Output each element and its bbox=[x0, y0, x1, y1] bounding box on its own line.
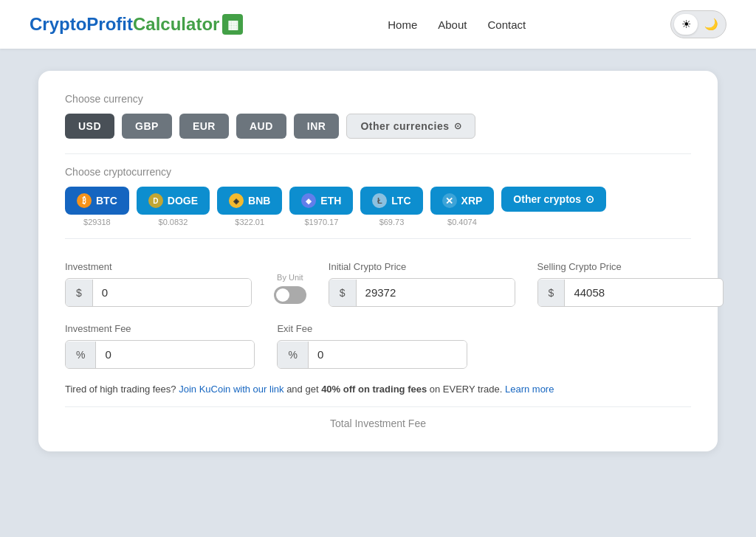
investment-label: Investment bbox=[65, 261, 252, 272]
exit-fee-label: Exit Fee bbox=[277, 323, 467, 334]
eth-price: $1970.17 bbox=[304, 218, 338, 226]
dark-mode-button[interactable]: 🌙 bbox=[699, 14, 723, 35]
by-unit-toggle[interactable] bbox=[274, 286, 306, 304]
navbar: CryptoProfitCalculator ▦ Home About Cont… bbox=[0, 0, 756, 49]
btc-icon: ₿ bbox=[77, 193, 92, 208]
investment-input-wrapper: $ bbox=[65, 278, 252, 307]
calculator-card: Choose currency USD GBP EUR AUD INR Othe… bbox=[38, 71, 718, 451]
promo-text-1: Tired of high trading fees? bbox=[65, 384, 179, 395]
divider-2 bbox=[65, 238, 691, 239]
spacer-2 bbox=[601, 323, 691, 369]
chevron-down-icon: ⊙ bbox=[454, 121, 462, 131]
investment-fee-prefix: % bbox=[66, 342, 96, 368]
crypto-bnb-button[interactable]: ◈ BNB bbox=[217, 187, 282, 215]
crypto-col-btc: ₿ BTC $29318 bbox=[65, 187, 129, 226]
total-investment-fee-label: Total Investment Fee bbox=[65, 406, 691, 429]
initial-price-label: Initial Crypto Price bbox=[329, 261, 515, 272]
logo[interactable]: CryptoProfitCalculator ▦ bbox=[30, 14, 243, 35]
promo-link-learn-more[interactable]: Learn more bbox=[505, 384, 554, 395]
currency-row: USD GBP EUR AUD INR Other currencies ⊙ bbox=[65, 114, 691, 139]
logo-calculator: Calculator bbox=[133, 14, 219, 35]
currency-usd[interactable]: USD bbox=[65, 114, 114, 139]
investment-group: Investment $ bbox=[65, 261, 252, 307]
ltc-price: $69.73 bbox=[379, 218, 405, 226]
logo-profit: Profit bbox=[86, 14, 133, 35]
ltc-icon: Ł bbox=[372, 193, 387, 208]
investment-fee-group: Investment Fee % bbox=[65, 323, 255, 369]
crypto-section: Choose cryptocurrency ₿ BTC $29318 D DOG… bbox=[65, 166, 691, 226]
exit-fee-group: Exit Fee % bbox=[277, 323, 467, 369]
currency-section-label: Choose currency bbox=[65, 93, 691, 105]
exit-fee-input-wrapper: % bbox=[277, 340, 467, 369]
exit-fee-prefix: % bbox=[278, 342, 308, 368]
currency-gbp[interactable]: GBP bbox=[122, 114, 172, 139]
logo-crypto: Crypto bbox=[30, 14, 86, 35]
crypto-col-other: Other cryptos ⊙ bbox=[501, 187, 606, 212]
other-currencies-label: Other currencies bbox=[360, 120, 449, 132]
initial-price-prefix: $ bbox=[329, 280, 357, 306]
main-content: Choose currency USD GBP EUR AUD INR Othe… bbox=[0, 49, 756, 537]
promo-text: Tired of high trading fees? Join KuCoin … bbox=[65, 382, 691, 398]
xrp-icon: ✕ bbox=[442, 193, 457, 208]
crypto-col-doge: D DOGE $0.0832 bbox=[137, 187, 210, 226]
crypto-section-label: Choose cryptocurrency bbox=[65, 166, 691, 178]
selling-price-prefix: $ bbox=[538, 280, 566, 306]
by-unit-wrapper: By Unit bbox=[274, 273, 306, 307]
spacer-1 bbox=[489, 323, 580, 369]
currency-other[interactable]: Other currencies ⊙ bbox=[346, 114, 475, 139]
nav-contact[interactable]: Contact bbox=[487, 18, 526, 31]
crypto-btc-button[interactable]: ₿ BTC bbox=[65, 187, 129, 215]
other-cryptos-chevron-icon: ⊙ bbox=[585, 193, 594, 205]
crypto-col-eth: ◆ ETH $1970.17 bbox=[289, 187, 353, 226]
selling-price-group: Selling Crypto Price $ bbox=[537, 261, 724, 307]
logo-icon: ▦ bbox=[222, 14, 243, 35]
btc-price: $29318 bbox=[83, 218, 111, 226]
toggle-slider bbox=[274, 286, 306, 304]
currency-inr[interactable]: INR bbox=[294, 114, 340, 139]
divider-1 bbox=[65, 153, 691, 154]
light-mode-button[interactable]: ☀ bbox=[674, 14, 698, 35]
bnb-price: $322.01 bbox=[235, 218, 264, 226]
crypto-col-xrp: ✕ XRP $0.4074 bbox=[430, 187, 495, 226]
crypto-ltc-button[interactable]: Ł LTC bbox=[360, 187, 422, 215]
promo-text-3: on EVERY trade. bbox=[427, 384, 505, 395]
crypto-other-button[interactable]: Other cryptos ⊙ bbox=[501, 187, 606, 212]
initial-price-input[interactable] bbox=[357, 279, 515, 306]
xrp-price: $0.4074 bbox=[447, 218, 477, 226]
initial-price-input-wrapper: $ bbox=[329, 278, 515, 307]
crypto-col-ltc: Ł LTC $69.73 bbox=[360, 187, 422, 226]
selling-price-label: Selling Crypto Price bbox=[537, 261, 724, 272]
doge-price: $0.0832 bbox=[159, 218, 188, 226]
other-cryptos-label: Other cryptos bbox=[513, 193, 581, 205]
theme-toggle: ☀ 🌙 bbox=[670, 10, 726, 38]
currency-eur[interactable]: EUR bbox=[179, 114, 229, 139]
currency-aud[interactable]: AUD bbox=[236, 114, 286, 139]
initial-price-group: Initial Crypto Price $ bbox=[329, 261, 515, 307]
nav-home[interactable]: Home bbox=[388, 18, 417, 31]
promo-text-2: and get bbox=[284, 384, 322, 395]
bnb-icon: ◈ bbox=[229, 193, 244, 208]
eth-icon: ◆ bbox=[301, 193, 316, 208]
by-unit-label: By Unit bbox=[277, 273, 303, 282]
investment-fee-input-wrapper: % bbox=[65, 340, 255, 369]
nav-about[interactable]: About bbox=[438, 18, 467, 31]
crypto-col-bnb: ◈ BNB $322.01 bbox=[217, 187, 282, 226]
nav-links: Home About Contact bbox=[388, 18, 526, 31]
exit-fee-input[interactable] bbox=[309, 341, 467, 368]
currency-section: Choose currency USD GBP EUR AUD INR Othe… bbox=[65, 93, 691, 139]
crypto-xrp-button[interactable]: ✕ XRP bbox=[430, 187, 495, 215]
crypto-doge-button[interactable]: D DOGE bbox=[137, 187, 210, 215]
selling-price-input[interactable] bbox=[565, 279, 723, 306]
investment-fee-label: Investment Fee bbox=[65, 323, 255, 334]
crypto-eth-button[interactable]: ◆ ETH bbox=[289, 187, 353, 215]
investment-fee-input[interactable] bbox=[96, 341, 254, 368]
investment-prefix: $ bbox=[66, 280, 93, 306]
promo-link-kucoin[interactable]: Join KuCoin with our link bbox=[179, 384, 284, 395]
selling-price-input-wrapper: $ bbox=[537, 278, 724, 307]
form-section: Investment $ By Unit Initial Cr bbox=[65, 261, 691, 429]
promo-bold: 40% off on trading fees bbox=[321, 384, 427, 395]
doge-icon: D bbox=[148, 193, 163, 208]
investment-input[interactable] bbox=[93, 279, 251, 306]
